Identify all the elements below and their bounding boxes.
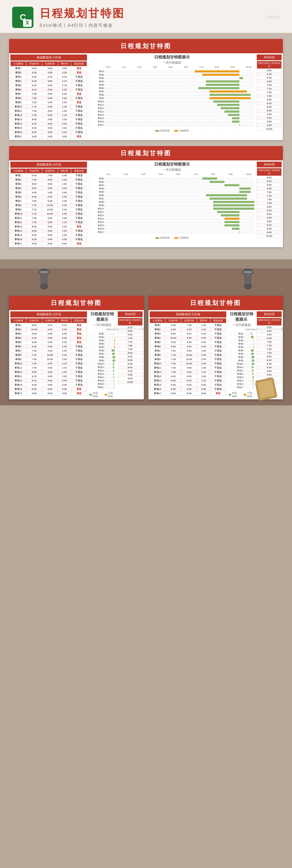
table-row: 事项179:009:000:00紧急 [150,392,226,396]
chart-row: 事项6 [90,194,254,197]
table-cell: 9:00 [181,383,197,387]
x-label: 10:00 [246,66,251,68]
table-cell: 2:30 [58,199,71,203]
table-row: 事项410:009:450:45不紧急 [150,336,226,340]
chart-bars-area [105,339,115,342]
bar-normal [209,181,225,183]
table-cell: 事项5 [11,83,27,88]
table-cell: 9:15 [26,336,42,340]
right-section-label-2: 基础设置 [257,162,282,167]
chart-bars-area [105,184,254,187]
table-cell: 8:30 [165,387,181,392]
col-header: 计划事项 [11,318,27,323]
sub-title: Excel格式丨A4打印丨内容可修改 [39,23,262,28]
table-cell: 8:15 [26,379,42,383]
chart-legend-2: 纪实时间计划时间 [90,236,254,240]
chart-area-4: 事项1事项2事项3事项4事项5事项6事项7事项8事项9事项10事项11事项12事… [229,331,255,391]
chart-bars-area [245,386,255,389]
table-cell: 0:15 [58,75,71,79]
chart-row-label: 事项3 [90,77,105,80]
chart-row: 事项8 [90,200,254,204]
table-cell: 2:30 [197,349,210,353]
chart-x-labels-4: 0:001:122:243:364:486:007:128:249:3610:0… [229,329,255,331]
table-cell: 7:15 [26,203,42,208]
chart-row-label: 事项1 [90,70,105,73]
table-row: 事项26:309:002:30紧急 [11,71,87,75]
bar-normal [112,360,115,362]
table-row: 事项87:009:452:45不紧急 [11,96,87,100]
chart-row-label: 事项6 [90,349,105,352]
table-cell: 事项6 [11,344,27,349]
chart-row-label: 事项12 [229,369,245,372]
table-row: 事项128:009:001:00不紧急 [11,370,87,374]
table-row: 事项138:009:001:00不紧急 [11,118,87,122]
bar-normal [251,353,254,355]
chart-bars-area [105,94,254,96]
chart-bars-area [105,231,254,234]
table-cell: 7:30 [26,216,42,220]
x-label: 6:00 [176,173,181,175]
table-cell: 8:00 [165,379,181,383]
table-row: 事项138:009:001:00不紧急 [150,374,226,379]
table-cell: 1:00 [58,370,71,374]
stamp-container [256,377,280,402]
table-cell: 事项3 [11,332,27,336]
x-label: 3:36 [141,173,145,175]
chart-row: 事项3 [90,339,115,342]
chart-subtitle-2: 一天行程规划 [90,168,254,172]
table-cell: 9:00 [42,182,58,186]
right-time-cell: 9:00 [257,220,282,223]
chart-row-label: 事项11 [90,366,105,369]
chart-row-label: 事项4 [90,342,105,345]
table-cell: 不紧急 [71,229,87,233]
table-row: 事项97:3010:002:45不紧急 [11,357,87,362]
chart-row-label: 事项8 [90,93,105,96]
chart-title-2: 日程规划甘特图展示 [90,162,254,167]
table-cell: 紧急 [71,387,87,392]
x-label: 7:12 [199,66,203,68]
chart-row-label: 事项11 [90,103,105,106]
table-cell: 不紧急 [210,328,226,332]
data-table-3: 计划事项开始时间结束时间用时/时紧急程度事项19:009:150:15紧急事项2… [10,318,87,396]
right-time-row: 9:30 [257,120,282,124]
right-time-cell: 8:00 [257,98,282,102]
table-cell: 7:00 [26,96,42,100]
chart-row: 事项1 [90,70,254,73]
section-label-3: 基础数据录入区域 [10,311,87,317]
chart-row: 事项16 [229,382,255,385]
right-time-row: 9:45 [118,377,142,380]
table-cell: 紧急 [71,242,87,246]
table-cell: 事项17 [11,392,27,396]
right-time-cell: 7:00 [257,190,282,194]
table-cell: 9:00 [26,75,42,79]
table-cell: 0:45 [197,336,210,340]
right-time-row: 8:45 [257,366,282,370]
legend-label-actual: 纪实时间 [232,392,239,398]
table-cell: 10:00 [42,212,58,216]
chart-row-label: 事项5 [90,346,105,349]
table-cell: 9:30 [42,199,58,203]
table-cell: 不紧急 [71,379,87,383]
table-row: 事项97:009:452:45紧急 [11,100,87,105]
table-cell: 紧急 [71,336,87,340]
table-cell: 0:45 [58,340,71,344]
table-cell: 0:30 [197,387,210,392]
svg-point-6 [244,284,252,289]
data-table-2: 计划事项开始时间结束时间用时/时紧急程度事项16:307:301:00不紧急事项… [10,168,87,246]
legend-label-plan: 计划时间 [179,236,189,240]
legend-color-green [229,394,231,396]
right-panel-1: 基础设置M6单元格录入开始时间段6:006:156:306:457:007:15… [256,53,283,140]
col-header: 紧急程度 [71,61,87,66]
table-row: 事项59:009:450:45紧急 [11,340,87,344]
chart-row: 事项7 [90,197,254,200]
table-cell: 8:00 [26,229,42,233]
table-cell: 不紧急 [71,83,87,88]
table-cell: 10:00 [42,357,58,362]
table-cell: 10:00 [181,357,197,362]
table-cell: 不紧急 [71,118,87,122]
table-cell: 事项6 [150,344,165,349]
table-row: 事项127:459:001:15不紧急 [11,220,87,225]
chart-row: 事项6 [229,349,255,352]
chart-bars-area [105,194,254,196]
table-cell: 事项15 [11,233,27,238]
